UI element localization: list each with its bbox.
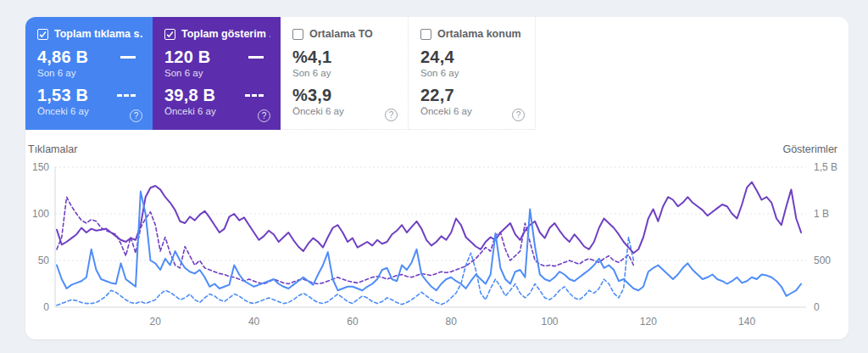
metric-current-caption: Son 6 ay <box>292 68 398 78</box>
metric-previous-caption: Önceki 6 ay <box>37 106 142 116</box>
left-axis-tick: 100 <box>32 208 49 220</box>
metric-card-total-clicks[interactable]: Toplam tıklama s… 4,86 B Son 6 ay 1,53 B… <box>25 17 153 130</box>
dashed-line-indicator <box>117 94 136 97</box>
x-axis-tick: 60 <box>347 316 359 328</box>
help-icon[interactable]: ? <box>512 109 525 121</box>
x-axis-tick: 20 <box>150 316 162 328</box>
metric-current-value: 120 B <box>164 48 210 67</box>
metric-cards-row: Toplam tıklama s… 4,86 B Son 6 ay 1,53 B… <box>25 17 536 130</box>
metric-previous-value: %3,9 <box>292 86 331 105</box>
metric-current-value: %4,1 <box>292 48 331 67</box>
metric-current-caption: Son 6 ay <box>420 68 525 78</box>
metric-current-value: 4,86 B <box>37 48 88 67</box>
metric-card-average-position[interactable]: Ortalama konum 24,4 Son 6 ay 22,7 Önceki… <box>409 17 536 130</box>
right-axis-tick: 1 B <box>814 208 829 220</box>
x-axis-tick: 80 <box>446 316 458 328</box>
series-dashed-clicks <box>57 238 633 305</box>
metric-card-label: Ortalama konum <box>437 28 521 40</box>
metric-previous-value: 22,7 <box>420 86 454 105</box>
metric-card-average-ctr[interactable]: Ortalama TO %4,1 Son 6 ay %3,9 Önceki 6 … <box>281 17 409 130</box>
right-axis-tick: 1,5 B <box>814 161 837 173</box>
performance-chart[interactable]: 1501,5 B1001 B505000020406080100120140 <box>25 150 849 339</box>
metric-card-label: Ortalama TO <box>309 28 373 40</box>
solid-line-indicator <box>248 56 264 59</box>
left-axis-tick: 150 <box>32 161 49 173</box>
help-icon[interactable]: ? <box>130 109 142 122</box>
right-axis-tick: 0 <box>814 301 820 313</box>
metric-previous-value: 1,53 B <box>37 86 88 105</box>
checkbox-unchecked-icon[interactable] <box>420 29 431 40</box>
metric-previous-caption: Önceki 6 ay <box>164 106 270 116</box>
metric-current-caption: Son 6 ay <box>37 68 142 78</box>
metric-card-label: Toplam tıklama s… <box>54 28 142 40</box>
metric-previous-value: 39,8 B <box>164 86 215 105</box>
checkbox-checked-icon[interactable] <box>164 29 175 40</box>
metric-current-value: 24,4 <box>420 48 454 67</box>
help-icon[interactable]: ? <box>385 109 398 121</box>
x-axis-tick: 40 <box>248 316 260 328</box>
solid-line-indicator <box>120 56 136 59</box>
help-icon[interactable]: ? <box>258 109 270 122</box>
performance-panel: Toplam tıklama s… 4,86 B Son 6 ay 1,53 B… <box>25 17 849 339</box>
right-axis-tick: 500 <box>814 255 831 266</box>
left-axis-tick: 0 <box>43 301 49 313</box>
x-axis-tick: 100 <box>541 316 558 328</box>
metric-current-caption: Son 6 ay <box>164 68 270 78</box>
left-axis-tick: 50 <box>38 255 50 266</box>
series-solid-impressions <box>57 182 801 254</box>
metric-card-total-impressions[interactable]: Toplam gösterim … 120 B Son 6 ay 39,8 B … <box>153 17 281 130</box>
x-axis-tick: 120 <box>640 316 657 328</box>
checkbox-unchecked-icon[interactable] <box>292 29 303 40</box>
checkbox-checked-icon[interactable] <box>37 29 48 40</box>
metric-previous-caption: Önceki 6 ay <box>420 106 525 116</box>
x-axis-tick: 140 <box>738 316 755 328</box>
dashed-line-indicator <box>245 94 264 97</box>
metric-card-label: Toplam gösterim … <box>181 28 270 40</box>
metric-previous-caption: Önceki 6 ay <box>292 106 398 116</box>
